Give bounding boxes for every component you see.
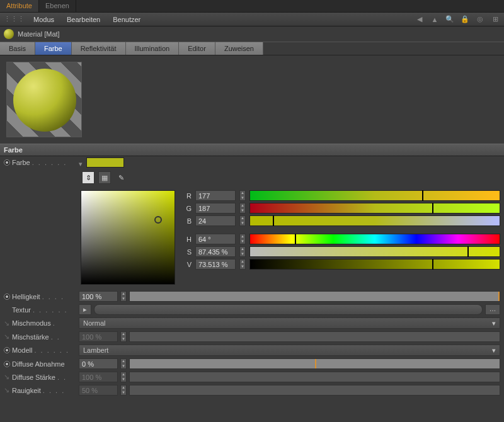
slider-helligkeit[interactable] (129, 291, 500, 302)
top-tab-bar: Attribute Ebenen (0, 0, 504, 13)
row-helligkeit: Helligkeit. . . . 100 % ▲▼ (0, 290, 504, 303)
tab-ebenen[interactable]: Ebenen (39, 0, 76, 12)
marker-b (273, 215, 274, 226)
new-icon[interactable]: ⊞ (490, 14, 500, 25)
tool-icons: ⇕ ▦ ✎ (82, 171, 504, 184)
input-diffuse-abnahme[interactable]: 0 % (79, 358, 118, 369)
spinner-mischstaerke[interactable]: ▲▼ (120, 331, 127, 342)
label-mischmodus: Mischmodus (12, 319, 51, 327)
spinner-rauigkeit[interactable]: ▲▼ (120, 385, 127, 396)
slider-g[interactable] (249, 203, 500, 214)
row-textur: Textur. . . . . . ▸ … (0, 303, 504, 316)
radio-diffuse-abnahme[interactable] (4, 361, 10, 367)
spinner-h[interactable]: ▲▼ (239, 234, 246, 244)
textur-browse-button[interactable]: … (485, 304, 500, 315)
mischmodus-value: Normal (83, 319, 105, 327)
spinner-g[interactable]: ▲▼ (239, 203, 246, 214)
preview-sphere (13, 69, 76, 132)
input-rauigkeit[interactable]: 50 % (79, 385, 118, 396)
label-g: G (183, 205, 192, 212)
spinner-diffuse-staerke[interactable]: ▲▼ (120, 372, 127, 382)
label-rauigkeit: Rauigkeit (12, 387, 41, 394)
tab-attribute[interactable]: Attribute (0, 0, 39, 12)
marker-r (422, 190, 423, 201)
row-diffuse-abnahme: Diffuse Abnahme 0 % ▲▼ (0, 357, 504, 370)
chevron-down-icon: ▾ (492, 346, 496, 355)
label-h: H (183, 236, 192, 243)
slider-r[interactable] (249, 190, 500, 201)
spinner-diffuse-abnahme[interactable]: ▲▼ (120, 358, 127, 369)
menu-benutzer[interactable]: Benutzer (109, 16, 144, 23)
input-v[interactable]: 73.513 % (195, 259, 236, 270)
search-icon[interactable]: 🔍 (445, 14, 455, 25)
material-preview[interactable] (6, 62, 82, 137)
dropdown-modell[interactable]: Lambert▾ (79, 345, 500, 356)
input-g[interactable]: 187 (195, 203, 236, 214)
lock-icon[interactable]: 🔒 (460, 14, 470, 25)
row-rauigkeit: ↘Rauigkeit. . . . 50 % ▲▼ (0, 384, 504, 397)
material-icon (4, 29, 14, 39)
chevron-down-icon[interactable]: ▾ (79, 160, 84, 165)
slider-h[interactable] (249, 234, 500, 244)
textur-play-icon[interactable]: ▸ (79, 304, 91, 315)
slider-mischstaerke[interactable] (129, 331, 500, 342)
menu-modus[interactable]: Modus (30, 16, 58, 23)
input-r[interactable]: 177 (195, 190, 236, 201)
material-title: Material [Mat] (18, 30, 60, 38)
subtab-basis[interactable]: Basis (0, 42, 35, 55)
dropdown-mischmodus[interactable]: Normal▾ (79, 317, 500, 329)
input-diffuse-staerke[interactable]: 100 % (79, 372, 118, 382)
radio-helligkeit[interactable] (4, 294, 10, 300)
radio-modell[interactable] (4, 347, 10, 353)
swatches-icon[interactable]: ▦ (98, 171, 111, 184)
textur-field[interactable] (94, 304, 483, 315)
subtab-farbe[interactable]: Farbe (35, 42, 72, 55)
radio-farbe[interactable] (4, 159, 10, 166)
input-helligkeit[interactable]: 100 % (79, 291, 118, 302)
sub-tab-bar: Basis Farbe Reflektivität Illumination E… (0, 42, 504, 55)
material-header: Material [Mat] (0, 26, 504, 42)
spinner-b[interactable]: ▲▼ (239, 215, 246, 226)
row-diffuse-staerke: ↘Diffuse Stärke. . 100 % ▲▼ (0, 370, 504, 384)
menu-bearbeiten[interactable]: Bearbeiten (63, 16, 104, 23)
nav-up-icon[interactable]: ▲ (430, 14, 440, 25)
subtab-zuweisen[interactable]: Zuweisen (215, 42, 263, 55)
subtab-editor[interactable]: Editor (179, 42, 215, 55)
marker-s (467, 246, 469, 257)
slider-rauigkeit[interactable] (129, 385, 500, 396)
sv-cursor (154, 216, 162, 224)
label-r: R (183, 192, 192, 200)
slider-diffuse-abnahme[interactable] (129, 358, 500, 369)
spinner-s[interactable]: ▲▼ (239, 246, 246, 257)
slider-b[interactable] (249, 215, 500, 226)
spinner-helligkeit[interactable]: ▲▼ (120, 291, 127, 302)
picker-mode-icon[interactable]: ⇕ (82, 171, 94, 184)
input-h[interactable]: 64 ° (195, 234, 236, 244)
color-picker-area: R177▲▼ G187▲▼ B24▲▼ H64 °▲▼ S87.435 %▲▼ … (0, 190, 504, 290)
marker-h (295, 234, 296, 244)
nav-back-icon[interactable]: ◀ (415, 14, 425, 25)
label-diffuse-abnahme: Diffuse Abnahme (12, 360, 65, 368)
row-mischmodus: ↘Mischmodus. Normal▾ (0, 316, 504, 330)
preview-area (0, 55, 504, 144)
label-textur: Textur (12, 306, 31, 314)
input-b[interactable]: 24 (195, 215, 236, 226)
subtab-reflekt[interactable]: Reflektivität (72, 42, 126, 55)
dots: . . . . . . (32, 159, 67, 166)
label-diffuse-staerke: Diffuse Stärke (12, 374, 55, 381)
slider-v[interactable] (249, 259, 500, 270)
spinner-v[interactable]: ▲▼ (239, 259, 246, 270)
eyedropper-icon[interactable]: ✎ (115, 171, 127, 184)
modell-value: Lambert (83, 346, 108, 354)
slider-s[interactable] (249, 246, 500, 257)
label-b: B (183, 217, 192, 225)
target-icon[interactable]: ◎ (475, 14, 485, 25)
input-mischstaerke[interactable]: 100 % (79, 331, 118, 342)
subtab-illum[interactable]: Illumination (126, 42, 180, 55)
color-swatch[interactable] (86, 157, 124, 168)
sv-picker[interactable] (81, 190, 175, 285)
grid-icon[interactable]: ⋮⋮⋮ (4, 15, 25, 23)
slider-diffuse-staerke[interactable] (129, 372, 500, 382)
spinner-r[interactable]: ▲▼ (239, 190, 246, 201)
input-s[interactable]: 87.435 % (195, 246, 236, 257)
